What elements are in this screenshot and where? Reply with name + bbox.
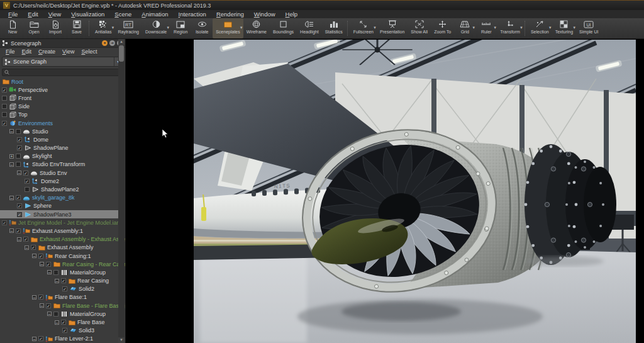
tree-row-exhaust-assembly-1[interactable]: –✓Exhaust Assembly:1 [0, 227, 118, 235]
visibility-checkbox[interactable]: ✓ [61, 320, 66, 325]
tree-row-flare-base[interactable]: –✓Flare Base [0, 318, 118, 326]
visibility-checkbox[interactable]: ✓ [2, 220, 7, 225]
visibility-checkbox[interactable]: ✓ [38, 336, 43, 341]
tree-row-shadowplane2[interactable]: ShadowPlane2 [0, 185, 118, 193]
tree-row-skylight[interactable]: +Skylight [0, 152, 118, 160]
viewport-3d[interactable]: N1TS [126, 39, 644, 343]
ruler-button[interactable]: Ruler▼ [475, 18, 497, 38]
visibility-checkbox[interactable]: ✓ [38, 295, 43, 300]
visibility-checkbox[interactable]: ✓ [16, 195, 21, 200]
visibility-checkbox[interactable]: ✓ [46, 262, 51, 267]
tree-row-studio[interactable]: –Studio [0, 127, 118, 135]
tree-row-solid3[interactable]: ✓Solid3 [0, 327, 118, 335]
tree-row-dome2[interactable]: ✓Dome2 [0, 177, 118, 185]
menu-item-rendering[interactable]: Rendering [212, 11, 248, 18]
visibility-checkbox[interactable]: ✓ [17, 203, 22, 208]
visibility-checkbox[interactable] [16, 154, 21, 159]
tree-row-side[interactable]: Side [0, 103, 118, 111]
antialias-button[interactable]: Antialias▼ [92, 18, 114, 38]
tree-row-root[interactable]: Root [0, 77, 118, 86]
tree-row-rear-casing-rear-casing-ipt[interactable]: –✓Rear Casing - Rear Casing.ipt [0, 260, 118, 268]
tree-row-perspective[interactable]: ✓Perspective [0, 86, 118, 94]
collapse-icon[interactable]: – [40, 303, 44, 308]
scroll-up-icon[interactable]: ▲ [118, 39, 125, 45]
tree-row-studio-envtransform[interactable]: –Studio EnvTransform [0, 160, 118, 169]
menu-item-help[interactable]: Help [281, 11, 303, 18]
menu-item-visualization[interactable]: Visualization [67, 11, 109, 18]
visibility-checkbox[interactable]: ✓ [23, 171, 28, 176]
tree-row-exhaust-assembly-exhaust-assembly-iam[interactable]: –✓Exhaust Assembly - Exhaust Assembly.ia… [0, 235, 118, 244]
transform-button[interactable]: Transform▼ [497, 18, 523, 38]
sceneplates-button[interactable]: Sceneplates▼ [213, 18, 243, 38]
menu-item-view[interactable]: View [44, 11, 65, 18]
tree-row-top[interactable]: Top [0, 111, 118, 119]
scenegraph-menu-file[interactable]: File [3, 48, 18, 55]
tree-row-materialgroup[interactable]: –MaterialGroup [0, 310, 118, 318]
headlight-button[interactable]: Headlight [297, 18, 322, 38]
menu-item-edit[interactable]: Edit [23, 11, 42, 18]
collapse-icon[interactable]: – [47, 312, 52, 316]
fullscreen-button[interactable]: Fullscreen▼ [350, 18, 377, 38]
downscale-button[interactable]: Downscale▼ [142, 18, 170, 38]
tree-row-front[interactable]: Front [0, 94, 118, 102]
statistics-button[interactable]: Statistics [322, 18, 346, 38]
visibility-checkbox[interactable]: ✓ [17, 145, 22, 150]
tree-row-solid2[interactable]: ✓Solid2 [0, 285, 118, 293]
scroll-down-icon[interactable]: ▼ [118, 337, 125, 343]
collapse-icon[interactable]: – [32, 337, 36, 341]
open-button[interactable]: Open [23, 18, 45, 38]
menu-item-scene[interactable]: Scene [110, 11, 136, 18]
tree-row-flare-base-flare-base-ipt[interactable]: –✓Flare Base - Flare Base.ipt [0, 301, 118, 310]
new-button[interactable]: New [2, 18, 23, 38]
tree-scrollbar[interactable]: ▲ ▼ [118, 39, 125, 343]
collapse-icon[interactable]: – [9, 228, 14, 233]
visibility-checkbox[interactable] [2, 104, 7, 109]
menu-item-file[interactable]: File [4, 11, 22, 18]
grid-button[interactable]: Grid▼ [454, 18, 475, 38]
scenegraph-menu-edit[interactable]: Edit [19, 48, 35, 55]
visibility-checkbox[interactable]: ✓ [2, 87, 7, 93]
raytracing-button[interactable]: RTRaytracing [114, 18, 142, 38]
visibility-checkbox[interactable]: ✓ [23, 237, 28, 242]
collapse-icon[interactable]: – [9, 196, 14, 200]
tree-row-shadowplane[interactable]: ✓ShadowPlane [0, 144, 118, 152]
tree-row-exhaust-assembly[interactable]: –✓Exhaust Assembly [0, 244, 118, 252]
tree-row-dome[interactable]: ✓Dome [0, 135, 118, 143]
collapse-icon[interactable]: – [32, 254, 36, 258]
visibility-checkbox[interactable] [2, 112, 7, 117]
tree-row-studio-env[interactable]: –✓Studio Env [0, 169, 118, 177]
save-button[interactable]: Save [66, 18, 87, 38]
tree-row-rear-casing[interactable]: –✓Rear Casing [0, 277, 118, 285]
scenegraph-menu-create[interactable]: Create [35, 48, 58, 55]
scenegraph-menu-view[interactable]: View [59, 48, 77, 55]
visibility-checkbox[interactable]: ✓ [46, 303, 51, 308]
search-box[interactable] [2, 69, 123, 76]
expand-icon[interactable]: + [9, 154, 14, 159]
visibility-checkbox[interactable]: ✓ [17, 212, 22, 217]
scenegraph-menu-select[interactable]: Select [78, 48, 100, 55]
zoom-to-button[interactable]: Zoom To [431, 18, 454, 38]
menu-item-interaction[interactable]: Interaction [174, 11, 211, 18]
collapse-icon[interactable]: – [47, 270, 52, 274]
tree-row-rear-casing-1[interactable]: –✓Rear Casing:1 [0, 252, 118, 260]
visibility-checkbox[interactable]: ✓ [16, 228, 21, 233]
visibility-checkbox[interactable] [2, 96, 7, 101]
collapse-icon[interactable]: – [9, 162, 14, 167]
tree-row-jet-engine-model-jet-engine-model-iam[interactable]: ✓Jet Engine Model - Jet Engine Model.iam [0, 218, 118, 227]
visibility-checkbox[interactable]: ✓ [17, 137, 22, 142]
tree-row-flare-base-1[interactable]: –✓Flare Base:1 [0, 293, 118, 301]
visibility-checkbox[interactable] [16, 129, 21, 134]
chevron-down-icon[interactable]: ▼ [519, 26, 523, 30]
visibility-checkbox[interactable]: ✓ [31, 245, 36, 250]
collapse-icon[interactable]: – [32, 295, 36, 300]
visibility-checkbox[interactable]: ✓ [61, 278, 66, 283]
float-button[interactable]: ➜ [109, 40, 115, 46]
collapse-icon[interactable]: – [25, 245, 29, 250]
graph-selector[interactable]: Scene Graph ▼ [2, 57, 123, 67]
region-button[interactable]: Region [170, 18, 191, 38]
collapse-icon[interactable]: – [9, 129, 14, 133]
collapse-icon[interactable]: – [55, 279, 59, 283]
tree-row-shadowplane3[interactable]: ✓ShadowPlane3 [0, 210, 118, 218]
texturing-button[interactable]: Texturing▼ [552, 18, 576, 38]
import-button[interactable]: Import [45, 18, 66, 38]
